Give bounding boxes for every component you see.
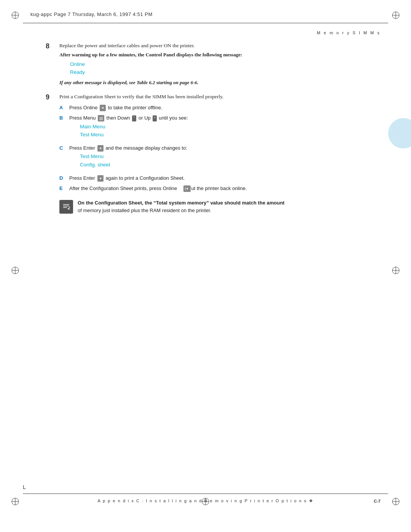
step-8-cyan-online: Online bbox=[70, 60, 373, 69]
sub-step-c-cyan-testmenu: Test Menu bbox=[80, 152, 187, 161]
sub-step-b: B Press Menu ▤ then Down ˅ or Up ^ until… bbox=[59, 114, 373, 141]
note-svg-icon bbox=[61, 201, 72, 212]
blue-circle-decoration bbox=[388, 118, 411, 149]
page: kug-appc Page 7 Thursday, March 6, 1997 … bbox=[0, 0, 411, 532]
step-8-main-text: Replace the power and interface cables a… bbox=[59, 42, 373, 50]
sub-step-b-cyan-testmenu: Test Menu bbox=[80, 131, 188, 139]
sub-step-e: E After the Configuration Sheet prints, … bbox=[59, 185, 373, 192]
up-button-icon: ^ bbox=[153, 115, 156, 121]
reg-mark-top-left bbox=[11, 11, 20, 20]
step-9-content: Print a Configuration Sheet to verify th… bbox=[59, 93, 373, 215]
reg-mark-mid-right bbox=[391, 266, 400, 275]
header-title: kug-appc Page 7 Thursday, March 6, 1997 … bbox=[30, 11, 153, 17]
sub-step-c: C Press Enter ✦ and the message display … bbox=[59, 144, 373, 171]
note-icon bbox=[59, 200, 73, 214]
note-regular-text: of memory just installed plus the RAM re… bbox=[78, 208, 211, 213]
sub-step-c-cyan-configsheet: Config. sheet bbox=[80, 161, 187, 169]
step-8-cyan-block: Online Ready bbox=[70, 60, 373, 77]
sub-step-a: A Press Online ✦ to take the printer off… bbox=[59, 104, 373, 112]
step-9-number: 9 bbox=[46, 93, 57, 102]
note-bold-text: On the Configuration Sheet, the “Total s… bbox=[78, 200, 285, 206]
page-number: C-7 bbox=[374, 499, 381, 503]
sub-step-b-cyan-block: Main Menu Test Menu bbox=[80, 123, 188, 139]
sub-step-b-label: B bbox=[59, 114, 68, 122]
step-8-bold-text: After warming up for a few minutes, the … bbox=[59, 51, 373, 59]
main-content: 8 Replace the power and interface cables… bbox=[46, 42, 373, 220]
step-9: 9 Print a Configuration Sheet to verify … bbox=[46, 93, 373, 215]
note-text-content: On the Configuration Sheet, the “Total s… bbox=[78, 199, 285, 215]
sub-step-e-label: E bbox=[59, 185, 68, 192]
sub-step-c-label: C bbox=[59, 144, 68, 152]
step-9-main-text: Print a Configuration Sheet to verify th… bbox=[59, 93, 373, 101]
step-8-content: Replace the power and interface cables a… bbox=[59, 42, 373, 88]
sub-step-b-text: Press Menu ▤ then Down ˅ or Up ^ until y… bbox=[69, 114, 188, 141]
sub-step-d-label: D bbox=[59, 174, 68, 182]
enter-c-button-icon: ✦ bbox=[97, 145, 104, 152]
sub-step-e-text: After the Configuration Sheet prints, pr… bbox=[69, 185, 247, 192]
sub-step-c-cyan-block: Test Menu Config. sheet bbox=[80, 152, 187, 169]
sub-step-d-text: Press Enter ✦ again to print a Configura… bbox=[69, 174, 185, 182]
step-8-italic-text: If any other message is displayed, see T… bbox=[59, 79, 373, 86]
step-8: 8 Replace the power and interface cables… bbox=[46, 42, 373, 88]
sub-steps: A Press Online ✦ to take the printer off… bbox=[59, 104, 373, 192]
down-button-icon: ˅ bbox=[132, 115, 136, 121]
reg-mark-top-right bbox=[391, 11, 400, 20]
section-header: M e m o r y S I M M s bbox=[317, 30, 381, 35]
step-8-number: 8 bbox=[46, 42, 57, 51]
menu-button-icon: ▤ bbox=[98, 115, 104, 121]
sub-step-b-cyan-mainmenu: Main Menu bbox=[80, 123, 188, 131]
footer-text: A p p e n d i x C : I n s t a l l i n g … bbox=[0, 498, 411, 503]
sub-step-a-label: A bbox=[59, 104, 68, 112]
svg-rect-21 bbox=[62, 202, 71, 211]
online-button-icon: ✦ bbox=[100, 105, 106, 111]
online-e-button-icon: t✦ bbox=[183, 185, 191, 192]
l-mark: L bbox=[23, 484, 26, 490]
sub-step-a-text: Press Online ✦ to take the printer offli… bbox=[69, 104, 162, 112]
header-rule bbox=[23, 23, 388, 23]
sub-step-c-text: Press Enter ✦ and the message display ch… bbox=[69, 144, 187, 171]
enter-d-button-icon: ✦ bbox=[97, 175, 104, 182]
note-box: On the Configuration Sheet, the “Total s… bbox=[59, 199, 373, 215]
sub-step-d: D Press Enter ✦ again to print a Configu… bbox=[59, 174, 373, 182]
reg-mark-mid-left bbox=[11, 266, 20, 275]
step-8-cyan-ready: Ready bbox=[70, 68, 373, 77]
footer-rule bbox=[23, 494, 388, 494]
